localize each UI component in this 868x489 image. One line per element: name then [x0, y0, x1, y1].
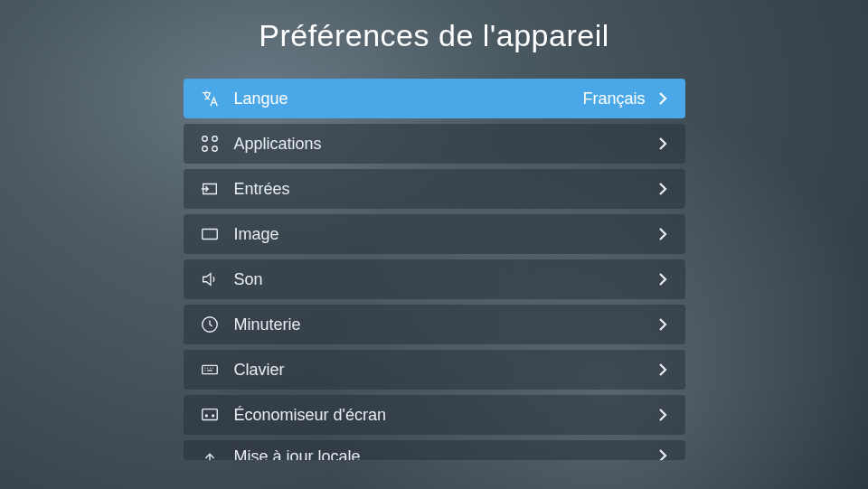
menu-item-label: Clavier: [234, 361, 655, 380]
screensaver-icon: [200, 405, 220, 425]
page-title: Préférences de l'appareil: [259, 18, 609, 53]
svg-point-2: [202, 146, 207, 152]
menu-item-label: Mise à jour locale: [234, 447, 655, 460]
svg-point-1: [212, 136, 217, 142]
svg-point-9: [212, 415, 213, 417]
chevron-right-icon: [655, 362, 671, 378]
chevron-right-icon: [655, 226, 671, 242]
menu-item-label: Image: [234, 225, 655, 244]
input-icon: [200, 179, 220, 199]
chevron-right-icon: [655, 181, 671, 197]
update-icon: [200, 447, 220, 460]
chevron-right-icon: [655, 271, 671, 287]
chevron-right-icon: [655, 407, 671, 423]
svg-rect-4: [202, 230, 217, 240]
svg-point-0: [202, 136, 207, 142]
menu-item-language[interactable]: Langue Français: [184, 79, 685, 118]
menu-item-picture[interactable]: Image: [184, 214, 685, 254]
svg-rect-6: [202, 365, 217, 373]
chevron-right-icon: [655, 90, 671, 107]
preferences-menu: Langue Français Applications Entrées: [184, 79, 685, 460]
menu-item-label: Minuterie: [234, 315, 655, 334]
menu-item-label: Applications: [234, 135, 655, 154]
menu-item-inputs[interactable]: Entrées: [184, 169, 685, 209]
menu-item-label: Son: [234, 270, 655, 289]
menu-item-local-update[interactable]: Mise à jour locale: [184, 440, 685, 460]
chevron-right-icon: [655, 136, 671, 152]
chevron-right-icon: [655, 316, 671, 333]
menu-item-label: Langue: [234, 89, 583, 108]
display-icon: [200, 224, 220, 244]
chevron-right-icon: [655, 447, 671, 460]
menu-item-value: Français: [582, 89, 645, 108]
timer-icon: [200, 315, 220, 334]
menu-item-applications[interactable]: Applications: [184, 124, 685, 164]
svg-point-8: [205, 415, 207, 417]
menu-item-label: Entrées: [234, 180, 655, 199]
svg-rect-7: [202, 409, 217, 420]
keyboard-icon: [200, 360, 220, 380]
menu-item-timer[interactable]: Minuterie: [184, 305, 685, 344]
menu-item-screensaver[interactable]: Économiseur d'écran: [184, 395, 685, 435]
menu-item-sound[interactable]: Son: [184, 259, 685, 299]
translate-icon: [200, 89, 220, 108]
menu-item-keyboard[interactable]: Clavier: [184, 350, 685, 390]
apps-icon: [200, 134, 220, 154]
sound-icon: [200, 269, 220, 289]
svg-point-3: [212, 146, 217, 152]
menu-item-label: Économiseur d'écran: [234, 406, 655, 425]
